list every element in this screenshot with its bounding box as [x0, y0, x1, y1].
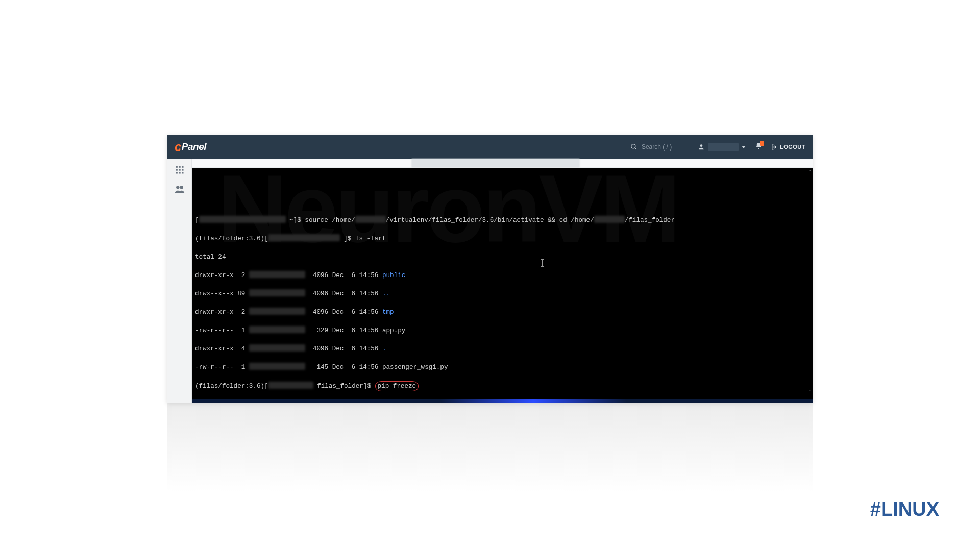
svg-point-2 — [700, 144, 703, 147]
svg-point-0 — [631, 144, 635, 148]
reflection — [167, 403, 813, 515]
apps-grid-icon[interactable] — [175, 165, 185, 177]
logout-button[interactable]: LOGOUT — [771, 144, 805, 151]
svg-rect-4 — [176, 166, 177, 168]
sidebar — [167, 159, 192, 403]
search-icon — [630, 143, 638, 151]
svg-point-13 — [176, 186, 179, 189]
svg-rect-11 — [179, 172, 180, 173]
title-redacted — [411, 159, 580, 168]
search-box[interactable] — [630, 143, 688, 151]
svg-line-1 — [635, 148, 636, 149]
svg-rect-6 — [182, 166, 183, 168]
notifications-button[interactable] — [755, 142, 763, 152]
brand-name: Panel — [182, 141, 206, 153]
text-cursor-icon — [542, 259, 543, 267]
svg-rect-9 — [182, 169, 183, 170]
users-icon[interactable] — [174, 184, 185, 196]
terminal[interactable]: NeuronVM ˆ ˇ [ ~]$ source /home//virtual… — [192, 168, 813, 399]
svg-rect-5 — [179, 166, 180, 168]
svg-rect-10 — [176, 172, 177, 173]
watermark: NeuronVM — [217, 204, 807, 213]
svg-point-3 — [758, 148, 760, 149]
hashtag-label: #LINUX — [870, 498, 939, 520]
breadcrumb-strip — [192, 159, 813, 168]
header-bar: cPanel LOGOUT — [167, 135, 813, 159]
logout-label: LOGOUT — [780, 144, 805, 150]
search-input[interactable] — [642, 143, 688, 151]
user-icon — [698, 143, 705, 151]
brand-accent: c — [175, 140, 181, 154]
svg-point-14 — [180, 186, 183, 189]
user-name-redacted — [708, 143, 739, 151]
highlighted-command: pip freeze — [375, 381, 419, 391]
svg-rect-8 — [179, 169, 180, 170]
svg-rect-7 — [176, 169, 177, 170]
bottom-glow — [192, 399, 813, 403]
brand-logo[interactable]: cPanel — [175, 140, 206, 154]
svg-rect-12 — [182, 172, 183, 173]
scroll-down-icon[interactable]: ˇ — [808, 389, 812, 398]
main-area: NeuronVM ˆ ˇ [ ~]$ source /home//virtual… — [192, 159, 813, 403]
user-menu[interactable] — [698, 143, 746, 151]
scroll-up-icon[interactable]: ˆ — [808, 169, 812, 178]
app-window: cPanel LOGOUT — [167, 135, 813, 403]
notification-badge — [760, 141, 764, 146]
chevron-down-icon — [742, 146, 746, 148]
